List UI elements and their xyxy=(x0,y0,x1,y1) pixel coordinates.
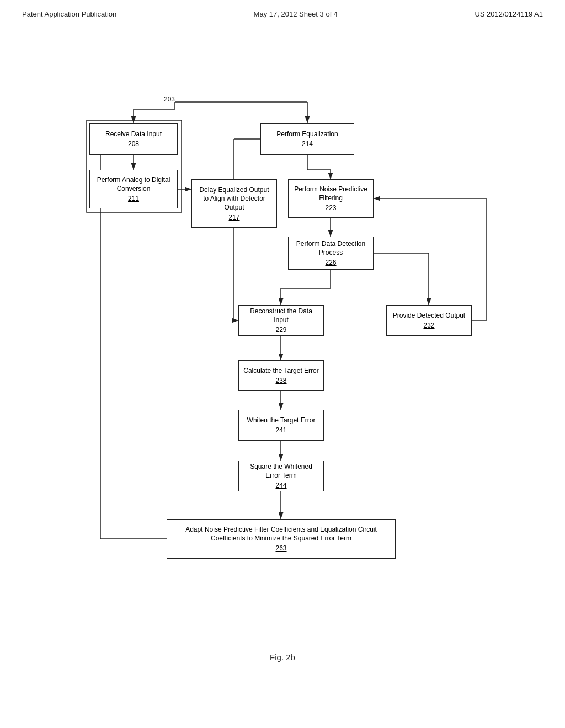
box-equalization: Perform Equalization214 xyxy=(260,123,354,155)
box-provide-ref: 232 xyxy=(423,321,434,330)
box-adc-label: Perform Analog to Digital Conversion xyxy=(94,175,173,193)
box-detection-ref: 226 xyxy=(325,258,336,267)
box-detection-label: Perform Data Detection Process xyxy=(293,239,369,257)
box-reconstruct: Reconstruct the Data Input229 xyxy=(238,305,324,336)
box-whiten-ref: 241 xyxy=(275,426,286,435)
box-detection: Perform Data Detection Process226 xyxy=(288,237,374,270)
box-whiten-label: Whiten the Target Error xyxy=(247,416,316,425)
box-square-label: Square the Whitened Error Term xyxy=(243,462,319,480)
box-adapt: Adapt Noise Predictive Filter Coefficien… xyxy=(167,519,396,559)
box-npf-ref: 223 xyxy=(325,204,336,212)
fig-caption: Fig. 2b xyxy=(0,652,565,662)
header-center: May 17, 2012 Sheet 3 of 4 xyxy=(254,10,338,18)
box-delay-label: Delay Equalized Output to Align with Det… xyxy=(196,185,272,212)
box-whiten: Whiten the Target Error241 xyxy=(238,410,324,441)
box-target-error: Calculate the Target Error238 xyxy=(238,360,324,391)
diagram-area: 203 xyxy=(56,62,509,641)
header-right: US 2012/0124119 A1 xyxy=(475,10,543,18)
box-delay-ref: 217 xyxy=(228,213,239,222)
box-receive-label: Receive Data Input xyxy=(105,130,162,138)
box-npf: Perform Noise Predictive Filtering223 xyxy=(288,179,374,218)
box-receive-ref: 208 xyxy=(128,140,139,148)
box-adc-ref: 211 xyxy=(128,194,139,203)
box-target-error-label: Calculate the Target Error xyxy=(243,366,319,375)
box-target-error-ref: 238 xyxy=(275,376,286,385)
box-reconstruct-label: Reconstruct the Data Input xyxy=(243,307,319,324)
box-reconstruct-ref: 229 xyxy=(275,325,286,334)
label-203: 203 xyxy=(164,95,175,103)
box-equalization-label: Perform Equalization xyxy=(276,130,338,138)
box-equalization-ref: 214 xyxy=(302,140,313,148)
box-npf-label: Perform Noise Predictive Filtering xyxy=(293,185,369,202)
box-delay: Delay Equalized Output to Align with Det… xyxy=(191,179,277,228)
header-left: Patent Application Publication xyxy=(22,10,116,18)
box-square: Square the Whitened Error Term244 xyxy=(238,461,324,491)
box-receive: Receive Data Input208 xyxy=(89,123,178,155)
box-provide-label: Provide Detected Output xyxy=(393,311,465,320)
box-adc: Perform Analog to Digital Conversion211 xyxy=(89,170,178,208)
page-header: Patent Application Publication May 17, 2… xyxy=(0,0,565,18)
box-adapt-label: Adapt Noise Predictive Filter Coefficien… xyxy=(172,525,391,543)
box-square-ref: 244 xyxy=(275,481,286,490)
box-provide: Provide Detected Output232 xyxy=(386,305,472,336)
box-adapt-ref: 263 xyxy=(275,544,286,553)
